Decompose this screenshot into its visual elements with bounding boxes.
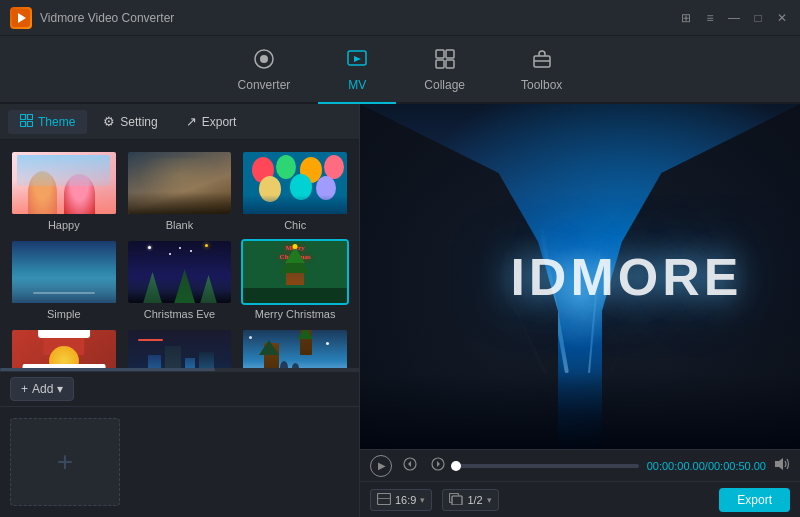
theme-santa-claus[interactable]: Santa Claus xyxy=(10,328,118,368)
svg-rect-8 xyxy=(446,60,454,68)
tab-converter[interactable]: Converter xyxy=(210,40,319,104)
converter-icon xyxy=(253,48,275,75)
svg-rect-7 xyxy=(436,60,444,68)
svg-rect-20 xyxy=(378,493,391,504)
svg-rect-13 xyxy=(21,121,26,126)
theme-grid: Happy Blank xyxy=(0,140,359,368)
main-content: Theme ⚙ Setting ↗ Export xyxy=(0,104,800,517)
sub-tabs: Theme ⚙ Setting ↗ Export xyxy=(0,104,359,140)
sub-tab-theme[interactable]: Theme xyxy=(8,110,87,134)
close-btn[interactable]: ✕ xyxy=(774,10,790,26)
time-total: 00:00:50.00 xyxy=(708,460,766,472)
minimize-btn[interactable]: — xyxy=(726,10,742,26)
slides-arrow: ▾ xyxy=(487,495,492,505)
left-panel: Theme ⚙ Setting ↗ Export xyxy=(0,104,360,517)
svg-point-3 xyxy=(260,55,268,63)
theme-chic[interactable]: Chic xyxy=(241,150,349,231)
video-controls: ▶ xyxy=(360,449,800,481)
tab-toolbox-label: Toolbox xyxy=(521,78,562,92)
export-button[interactable]: Export xyxy=(719,488,790,512)
video-preview: IDMORE xyxy=(360,104,800,449)
aspect-ratio-icon xyxy=(377,493,391,507)
app-logo xyxy=(10,7,32,29)
right-panel: IDMORE ▶ xyxy=(360,104,800,517)
app-title-text: Vidmore Video Converter xyxy=(40,11,678,25)
slides-icon xyxy=(449,493,463,507)
theme-simple-label: Simple xyxy=(10,308,118,320)
theme-sub-icon xyxy=(20,114,33,130)
add-media-plus-icon: + xyxy=(57,446,73,478)
time-current: 00:00:00.00 xyxy=(647,460,705,472)
time-display: 00:00:00.00/00:00:50.00 xyxy=(647,460,766,472)
step-back-icon xyxy=(403,457,417,474)
toolbox-icon xyxy=(531,48,553,75)
play-button[interactable]: ▶ xyxy=(370,455,392,477)
tab-converter-label: Converter xyxy=(238,78,291,92)
theme-blank-label: Blank xyxy=(126,219,234,231)
maximize-btn[interactable]: □ xyxy=(750,10,766,26)
tab-collage-label: Collage xyxy=(424,78,465,92)
svg-rect-11 xyxy=(21,114,26,119)
svg-rect-6 xyxy=(446,50,454,58)
grid-btn[interactable]: ⊞ xyxy=(678,10,694,26)
slides-value: 1/2 xyxy=(467,494,482,506)
add-arrow-icon: ▾ xyxy=(57,382,63,396)
progress-bar[interactable] xyxy=(456,464,639,468)
theme-merry-christmas-label: Merry Christmas xyxy=(241,308,349,320)
step-forward-button[interactable] xyxy=(428,456,448,476)
add-bar: + Add ▾ xyxy=(0,371,359,407)
theme-merry-christmas[interactable]: MerryChristmas Merry Christmas xyxy=(241,239,349,320)
svg-marker-19 xyxy=(775,458,783,470)
theme-christmas-eve[interactable]: Christmas Eve xyxy=(126,239,234,320)
preview-title-text: IDMORE xyxy=(510,247,742,307)
collage-icon xyxy=(434,48,456,75)
nav-tabs: Converter MV Collage xyxy=(0,36,800,104)
tab-mv[interactable]: MV xyxy=(318,40,396,104)
add-media-placeholder[interactable]: + xyxy=(10,418,120,506)
sub-tab-theme-label: Theme xyxy=(38,115,75,129)
tab-toolbox[interactable]: Toolbox xyxy=(493,40,590,104)
volume-button[interactable] xyxy=(774,457,790,474)
aspect-ratio-value: 16:9 xyxy=(395,494,416,506)
bottom-bar: 16:9 ▾ 1/2 ▾ Export xyxy=(360,481,800,517)
step-back-button[interactable] xyxy=(400,456,420,476)
sub-tab-export-label: Export xyxy=(202,115,237,129)
svg-rect-5 xyxy=(436,50,444,58)
theme-modern-life[interactable]: Modern Life xyxy=(126,328,234,368)
progress-handle[interactable] xyxy=(451,461,461,471)
svg-rect-14 xyxy=(28,121,33,126)
sub-tab-setting-label: Setting xyxy=(120,115,157,129)
title-bar: Vidmore Video Converter ⊞ ≡ — □ ✕ xyxy=(0,0,800,36)
window-controls: ⊞ ≡ — □ ✕ xyxy=(678,10,790,26)
sub-tab-setting[interactable]: ⚙ Setting xyxy=(91,110,169,133)
slides-select[interactable]: 1/2 ▾ xyxy=(442,489,498,511)
svg-rect-23 xyxy=(452,496,462,505)
theme-simple[interactable]: Simple xyxy=(10,239,118,320)
theme-chic-label: Chic xyxy=(241,219,349,231)
theme-blank[interactable]: Blank xyxy=(126,150,234,231)
media-area: + xyxy=(0,407,359,517)
theme-happy[interactable]: Happy xyxy=(10,150,118,231)
aspect-ratio-select[interactable]: 16:9 ▾ xyxy=(370,489,432,511)
mv-icon xyxy=(346,48,368,75)
add-media-button[interactable]: + Add ▾ xyxy=(10,377,74,401)
theme-happy-label: Happy xyxy=(10,219,118,231)
svg-rect-12 xyxy=(28,114,33,119)
export-sub-icon: ↗ xyxy=(186,114,197,129)
theme-snowy-night[interactable]: Snowy Night xyxy=(241,328,349,368)
aspect-ratio-arrow: ▾ xyxy=(420,495,425,505)
svg-marker-16 xyxy=(408,461,411,467)
menu-btn[interactable]: ≡ xyxy=(702,10,718,26)
theme-christmas-eve-label: Christmas Eve xyxy=(126,308,234,320)
add-plus-icon: + xyxy=(21,382,28,396)
step-forward-icon xyxy=(431,457,445,474)
setting-sub-icon: ⚙ xyxy=(103,114,115,129)
add-button-label: Add xyxy=(32,382,53,396)
play-icon: ▶ xyxy=(378,460,386,471)
tab-mv-label: MV xyxy=(348,78,366,92)
svg-marker-18 xyxy=(437,461,440,467)
sub-tab-export[interactable]: ↗ Export xyxy=(174,110,249,133)
tab-collage[interactable]: Collage xyxy=(396,40,493,104)
